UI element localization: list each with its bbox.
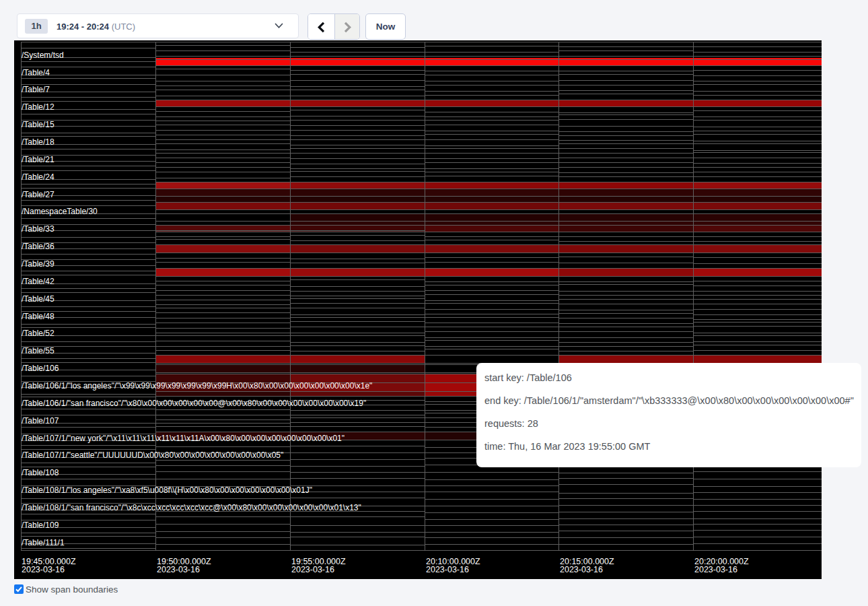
svg-text:/Table/107/1/"seattle"/"UUUUUU: /Table/107/1/"seattle"/"UUUUUUD\x00\x80\… (22, 450, 283, 460)
svg-text:/Table/36: /Table/36 (22, 242, 55, 251)
svg-text:/Table/106/1/"san francisco"/": /Table/106/1/"san francisco"/"\x80\x00\x… (22, 399, 366, 408)
svg-text:/System/tsd: /System/tsd (22, 50, 64, 60)
svg-text:/Table/42: /Table/42 (22, 277, 55, 286)
svg-text:2023-03-16: 2023-03-16 (157, 565, 200, 574)
svg-text:/Table/52: /Table/52 (22, 329, 55, 338)
svg-text:/Table/106/1/"los angeles"/"\x: /Table/106/1/"los angeles"/"\x99\x99\x99… (22, 381, 372, 391)
svg-text:2023-03-16: 2023-03-16 (426, 565, 469, 574)
svg-text:/Table/7: /Table/7 (22, 85, 50, 94)
svg-text:/Table/4: /Table/4 (22, 68, 50, 77)
svg-text:/Table/24: /Table/24 (22, 172, 55, 182)
svg-text:/Table/48: /Table/48 (22, 312, 55, 321)
svg-text:/Table/109: /Table/109 (22, 520, 59, 530)
svg-text:2023-03-16: 2023-03-16 (694, 565, 737, 574)
svg-text:/Table/107: /Table/107 (22, 416, 59, 426)
svg-text:2023-03-16: 2023-03-16 (560, 565, 603, 574)
svg-text:/NamespaceTable/30: /NamespaceTable/30 (22, 207, 98, 216)
svg-text:/Table/39: /Table/39 (22, 259, 55, 269)
svg-text:/Table/111/1: /Table/111/1 (22, 538, 65, 547)
svg-text:/Table/108/1/"san francisco"/": /Table/108/1/"san francisco"/"\x8c\xcc\x… (22, 503, 361, 512)
svg-text:2023-03-16: 2023-03-16 (291, 565, 334, 574)
svg-text:/Table/108: /Table/108 (22, 468, 59, 477)
svg-text:/Table/108/1/"los angeles"/"\x: /Table/108/1/"los angeles"/"\xa8\xf5\u00… (22, 485, 312, 495)
svg-text:/Table/107/1/"new york"/"\x11\: /Table/107/1/"new york"/"\x11\x11\x11\x1… (22, 434, 345, 443)
svg-text:/Table/106: /Table/106 (22, 364, 59, 373)
svg-text:/Table/27: /Table/27 (22, 190, 55, 199)
svg-text:/Table/15: /Table/15 (22, 120, 55, 129)
svg-text:2023-03-16: 2023-03-16 (22, 565, 65, 574)
svg-text:/Table/18: /Table/18 (22, 137, 55, 147)
svg-text:/Table/45: /Table/45 (22, 294, 55, 304)
svg-text:/Table/12: /Table/12 (22, 102, 55, 112)
svg-text:/Table/55: /Table/55 (22, 346, 55, 356)
svg-text:/Table/21: /Table/21 (22, 155, 55, 164)
svg-text:/Table/33: /Table/33 (22, 224, 55, 234)
